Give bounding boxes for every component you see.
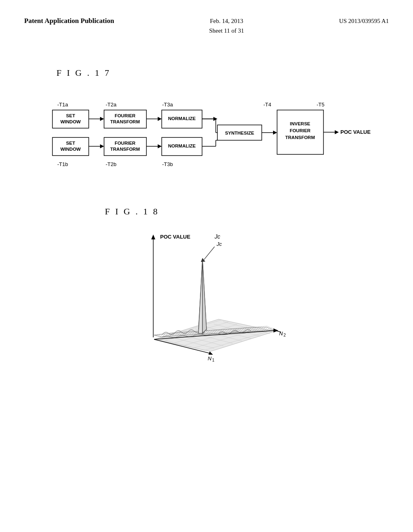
page: Patent Application Publication Feb. 14, … bbox=[0, 0, 413, 532]
fig18-label: F I G . 1 8 bbox=[105, 206, 159, 217]
box-t2b-text2: TRANSFORM bbox=[110, 147, 140, 152]
figure-18-container: F I G . 1 8 POC VALUE Jc bbox=[24, 206, 389, 364]
box-t3b-text: NORMALIZE bbox=[168, 143, 196, 148]
publication-date-sheet: Feb. 14, 2013 Sheet 11 of 31 bbox=[209, 16, 244, 35]
box-t2b-text1: FOURIER bbox=[115, 141, 136, 145]
n1-arrowhead bbox=[209, 351, 213, 355]
publication-title: Patent Application Publication bbox=[24, 16, 114, 26]
spike-arrow bbox=[204, 247, 215, 260]
t1a-label: -T1a bbox=[57, 102, 69, 108]
arrowhead-t1a-t2a bbox=[100, 117, 104, 121]
box-t1b-text1: SET bbox=[66, 141, 75, 145]
t5-label: -T5 bbox=[317, 102, 325, 108]
box-synthesize-text: SYNTHESIZE bbox=[225, 131, 254, 135]
box-t1b-text2: WINDOW bbox=[60, 147, 81, 152]
flowchart-svg: -T1a -T2a -T3a -T4 -T5 SET WINDOW bbox=[40, 100, 371, 172]
publication-number: US 2013/039595 A1 bbox=[339, 16, 389, 26]
sheet-info: Sheet 11 of 31 bbox=[209, 27, 244, 34]
t1b-label: -T1b bbox=[57, 161, 68, 167]
fig18-plot: POC VALUE Jc bbox=[122, 227, 291, 364]
poc-value-axis-label: POC VALUE bbox=[160, 234, 190, 240]
box-t5-text1: INVERSE bbox=[290, 121, 311, 126]
box-t1a-text1: SET bbox=[66, 113, 75, 118]
arrowhead-t2b-t3b bbox=[158, 144, 162, 148]
fig18-svg: POC VALUE Jc bbox=[122, 227, 291, 364]
y-axis-arrowhead bbox=[151, 235, 155, 239]
publication-date: Feb. 14, 2013 bbox=[210, 18, 244, 24]
n1-subscript: 1 bbox=[212, 358, 215, 362]
fig17-label: F I G . 1 7 bbox=[56, 68, 389, 78]
arrowhead-synth-t5 bbox=[273, 131, 277, 135]
box-t2a-text1: FOURIER bbox=[115, 113, 136, 118]
n2-label: N bbox=[279, 330, 283, 337]
box-t1a-text2: WINDOW bbox=[60, 119, 81, 124]
box-t2a-text2: TRANSFORM bbox=[110, 119, 140, 124]
page-header: Patent Application Publication Feb. 14, … bbox=[24, 16, 389, 35]
jc-label: Jc bbox=[214, 233, 220, 240]
t3a-label: -T3a bbox=[162, 102, 173, 108]
spike-side bbox=[202, 259, 206, 333]
box-t3a-text: NORMALIZE bbox=[168, 116, 196, 121]
poc-value-label: POC VALUE bbox=[340, 129, 371, 135]
t2b-label: -T2b bbox=[106, 161, 117, 167]
n1-label: N bbox=[208, 355, 212, 362]
box-t5-text2: FOURIER bbox=[290, 128, 311, 133]
n2-subscript: 2 bbox=[284, 333, 286, 337]
flowchart-17: -T1a -T2a -T3a -T4 -T5 SET WINDOW bbox=[40, 88, 389, 174]
t4-label: -T4 bbox=[263, 102, 271, 108]
box-t5-text3: TRANSFORM bbox=[285, 135, 315, 140]
arrowhead-t5-poc bbox=[335, 130, 339, 134]
figure-17-container: F I G . 1 7 -T1a -T2a -T3a -T4 -T5 SET W… bbox=[24, 68, 389, 174]
t3b-label: -T3b bbox=[162, 161, 173, 167]
jc-label-plot: Jc bbox=[216, 241, 222, 247]
t2a-label: -T2a bbox=[106, 102, 117, 108]
spike-main-front bbox=[198, 259, 202, 333]
n2-arrowhead bbox=[273, 328, 278, 332]
arrowhead-t1b-t2b bbox=[100, 144, 104, 148]
arrowhead-t2a-t3a bbox=[158, 117, 162, 121]
